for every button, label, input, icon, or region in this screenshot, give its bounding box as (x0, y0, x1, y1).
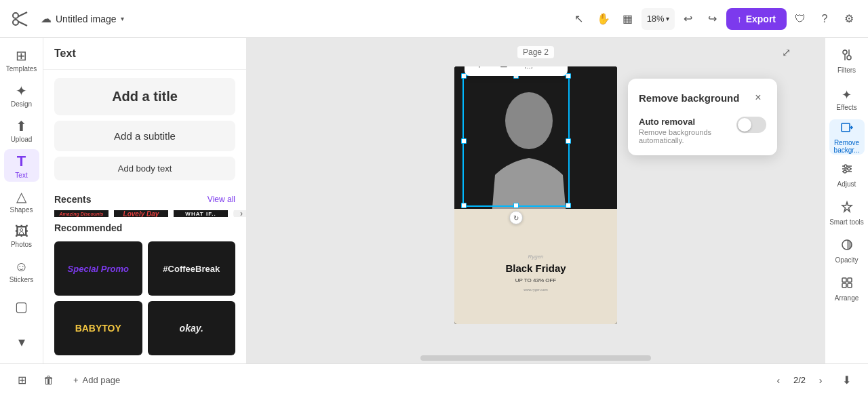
adjust-icon (840, 162, 854, 179)
add-page-button[interactable]: + Add page (65, 371, 128, 389)
title-dropdown-icon: ▾ (121, 15, 124, 22)
sidebar-item-photos[interactable]: 🖼 Photos (4, 220, 39, 252)
settings-button[interactable]: ⚙ (838, 8, 860, 30)
file-title-section[interactable]: ☁ Untitled image ▾ (41, 12, 124, 25)
redo-button[interactable]: ↪ (702, 8, 724, 30)
undo-button[interactable]: ↩ (677, 8, 699, 30)
more-icon: ▾ (18, 334, 25, 350)
effects-icon: ✦ (842, 87, 852, 102)
bottom-right: ‹ 2/2 › ⬇ (769, 370, 857, 391)
export-button[interactable]: ↑ Export (726, 8, 787, 30)
svg-rect-26 (848, 283, 852, 288)
sidebar-photos-label: Photos (11, 241, 32, 248)
sidebar-item-more[interactable]: ▾ (4, 325, 39, 358)
recommended-item-okay[interactable]: okay. (148, 301, 236, 355)
recommended-special-text: Special Promo (68, 264, 129, 274)
sidebar-item-templates[interactable]: ⊞ Templates (4, 43, 39, 76)
sidebar-item-text[interactable]: T Text (4, 149, 39, 182)
page-navigation: ‹ 2/2 › (769, 371, 830, 390)
recents-label: Recents (54, 194, 91, 205)
page-count: 2/2 (793, 375, 806, 385)
remove-bg-close-button[interactable]: × (750, 90, 766, 106)
canvas-content[interactable]: Page 2 ⤢ (247, 38, 825, 353)
auto-removal-row: Auto removal Remove backgrounds automati… (639, 117, 766, 144)
app-logo[interactable] (8, 8, 30, 30)
auto-removal-title: Auto removal (639, 117, 736, 127)
sidebar-item-shapes[interactable]: △ Shapes (4, 184, 39, 217)
remove-bg-title: Remove background (639, 92, 739, 104)
cursor-tool-button[interactable]: ↖ (568, 8, 590, 30)
recommended-section-header: Recommended (43, 217, 246, 239)
copy-page-button[interactable]: ⊞ (11, 370, 33, 391)
auto-removal-info: Auto removal Remove backgrounds automati… (639, 117, 736, 144)
page-expand-icon[interactable]: ⤢ (782, 46, 791, 59)
hand-tool-button[interactable]: ✋ (593, 8, 614, 30)
effects-label: Effects (836, 104, 856, 111)
recent-item-lovely[interactable]: Lovely Day (114, 210, 168, 217)
horizontal-scrollbar[interactable] (247, 353, 825, 363)
recommended-item-special[interactable]: Special Promo (54, 241, 142, 296)
view-all-link[interactable]: View all (208, 195, 235, 204)
right-item-smart-tools[interactable]: Smart tools (829, 195, 865, 231)
text-panel-buttons: Add a title Add a subtitle Add body text (43, 70, 246, 189)
cloud-icon: ☁ (41, 12, 52, 25)
recent-item-amazing[interactable]: Amazing Discounts (54, 210, 108, 217)
sidebar-stickers-label: Stickers (9, 276, 34, 283)
right-item-arrange[interactable]: Arrange (829, 271, 865, 306)
canvas-small-text: www.rygen.com (460, 288, 612, 292)
add-page-label: Add page (83, 375, 121, 385)
svg-rect-24 (848, 278, 852, 282)
svg-point-20 (848, 167, 850, 170)
svg-rect-25 (842, 283, 846, 288)
recommended-babytoy-text: BABYTOY (75, 323, 121, 334)
prev-page-button[interactable]: ‹ (769, 371, 788, 390)
sidebar-item-frames[interactable]: ▢ (4, 290, 39, 323)
recents-scroll-right-button[interactable]: › (233, 210, 246, 217)
add-title-button[interactable]: Add a title (54, 78, 235, 115)
right-item-opacity[interactable]: Opacity (829, 233, 865, 269)
add-body-button[interactable]: Add body text (54, 157, 235, 180)
topbar-tools: ↖ ✋ ▦ 18% ▾ ↩ ↪ ↑ Export 🛡 ? ⚙ (568, 8, 860, 30)
recommended-item-babytoy[interactable]: BABYTOY (54, 301, 142, 355)
app-container: ⊞ Templates ✦ Design ⬆ Upload T Text △ S… (0, 38, 868, 363)
recent-item-whatif[interactable]: WHAT IF.. (174, 210, 228, 217)
page-label: Page 2 (517, 46, 554, 58)
sidebar-item-stickers[interactable]: ☺ Stickers (4, 255, 39, 288)
auto-removal-desc: Remove backgrounds automatically. (639, 128, 736, 144)
auto-removal-toggle[interactable] (736, 117, 766, 133)
zoom-value: 18% (647, 14, 665, 24)
next-page-button[interactable]: › (811, 371, 830, 390)
frames-icon: ▢ (15, 298, 28, 315)
add-subtitle-button[interactable]: Add a subtitle (54, 121, 235, 151)
sidebar-item-design[interactable]: ✦ Design (4, 79, 39, 111)
zoom-selector[interactable]: 18% ▾ (642, 8, 675, 30)
smart-tools-label: Smart tools (829, 218, 864, 226)
sidebar-item-upload[interactable]: ⬆ Upload (4, 114, 39, 146)
scrollbar-thumb[interactable] (420, 355, 652, 361)
recent-amazing-text: Amazing Discounts (60, 212, 104, 216)
right-item-adjust[interactable]: Adjust (829, 157, 865, 193)
right-item-filters[interactable]: Filters (829, 43, 865, 79)
download-button[interactable]: ⬇ (835, 370, 857, 391)
add-page-icon: + (73, 375, 79, 385)
delete-page-button[interactable]: 🗑 (38, 370, 60, 391)
recents-grid: Amazing Discounts Lovely Day WHAT IF.. › (43, 210, 246, 217)
canvas-page[interactable]: ⊹ ⊞ ⬚ ••• ↻ Rygen Black Friday UP TO 43%… (454, 66, 617, 324)
export-label: Export (746, 14, 776, 24)
sidebar-design-label: Design (11, 100, 32, 108)
toggle-knob (738, 118, 751, 132)
svg-point-8 (843, 50, 847, 54)
right-item-effects[interactable]: ✦ Effects (829, 81, 865, 117)
recommended-item-coffee[interactable]: #CoffeeBreak (148, 241, 236, 296)
layout-button[interactable]: ▦ (617, 8, 639, 30)
help-button[interactable]: ? (814, 8, 835, 30)
right-item-remove-bg[interactable]: Remove backgr... (829, 119, 865, 155)
recent-whatif-text: WHAT IF.. (185, 211, 216, 217)
export-icon: ↑ (737, 14, 742, 24)
shield-button[interactable]: 🛡 (789, 8, 811, 30)
recommended-grid: Special Promo #CoffeeBreak (43, 239, 246, 298)
svg-point-6 (505, 92, 553, 149)
recommended-grid2: BABYTOY okay. (43, 298, 246, 363)
svg-line-3 (18, 21, 28, 26)
zoom-arrow-icon: ▾ (666, 15, 669, 22)
